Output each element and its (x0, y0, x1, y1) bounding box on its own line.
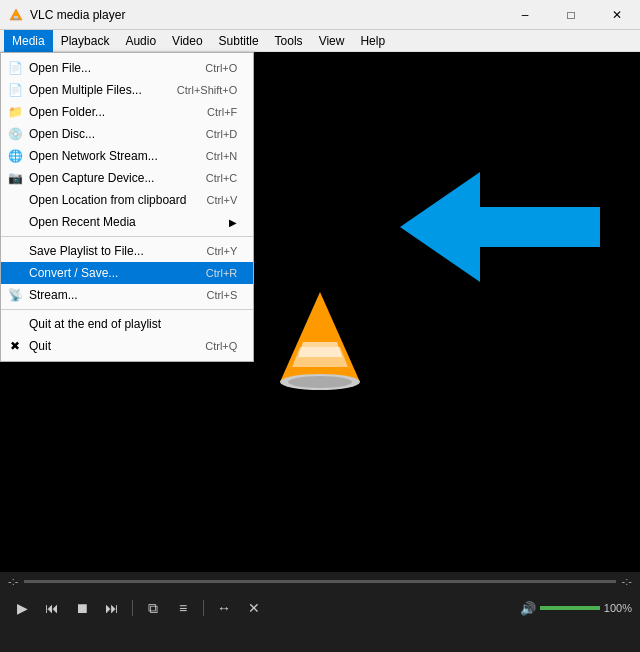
open-multiple-label: Open Multiple Files... (29, 83, 142, 97)
toggle-playlist-button[interactable]: ↔ (210, 594, 238, 622)
open-network-icon: 🌐 (7, 149, 23, 163)
maximize-button[interactable]: □ (548, 0, 594, 30)
open-recent-item[interactable]: Open Recent Media ▶ (1, 211, 253, 233)
convert-save-label: Convert / Save... (29, 266, 118, 280)
open-folder-shortcut: Ctrl+F (207, 106, 237, 118)
controls-row: ▶ ⏮ ⏹ ⏭ ⧉ ≡ ↔ ✕ 🔊 100% (0, 590, 640, 626)
svg-point-6 (288, 376, 352, 388)
blue-arrow (400, 172, 600, 282)
open-file-shortcut: Ctrl+O (205, 62, 237, 74)
open-multiple-item[interactable]: 📄 Open Multiple Files... Ctrl+Shift+O (1, 79, 253, 101)
menu-audio[interactable]: Audio (117, 30, 164, 52)
title-bar-left: VLC media player (8, 7, 125, 23)
quit-item[interactable]: ✖ Quit Ctrl+Q (1, 335, 253, 357)
title-bar-text: VLC media player (30, 8, 125, 22)
quit-icon: ✖ (7, 339, 23, 353)
svg-marker-7 (298, 342, 342, 357)
close-button[interactable]: ✕ (594, 0, 640, 30)
open-capture-icon: 📷 (7, 171, 23, 185)
extended-button[interactable]: ≡ (169, 594, 197, 622)
controls-separator-2 (203, 600, 204, 616)
save-playlist-item[interactable]: Save Playlist to File... Ctrl+Y (1, 240, 253, 262)
open-file-icon: 📄 (7, 61, 23, 75)
quit-end-item[interactable]: Quit at the end of playlist (1, 313, 253, 335)
menu-subtitle[interactable]: Subtitle (211, 30, 267, 52)
open-capture-label: Open Capture Device... (29, 171, 154, 185)
stream-shortcut: Ctrl+S (206, 289, 237, 301)
frame-by-frame-button[interactable]: ✕ (240, 594, 268, 622)
open-network-item[interactable]: 🌐 Open Network Stream... Ctrl+N (1, 145, 253, 167)
dropdown-overlay: 📄 Open File... Ctrl+O 📄 Open Multiple Fi… (0, 52, 254, 362)
svg-rect-2 (13, 18, 19, 20)
seek-bar: -:- -:- (0, 572, 640, 590)
open-disc-icon: 💿 (7, 127, 23, 141)
open-disc-label: Open Disc... (29, 127, 95, 141)
open-capture-shortcut: Ctrl+C (206, 172, 237, 184)
open-capture-item[interactable]: 📷 Open Capture Device... Ctrl+C (1, 167, 253, 189)
volume-area: 🔊 100% (520, 601, 632, 616)
open-folder-icon: 📁 (7, 105, 23, 119)
next-button[interactable]: ⏭ (98, 594, 126, 622)
seek-track[interactable] (24, 580, 615, 583)
vlc-cone (270, 282, 370, 402)
quit-label: Quit (29, 339, 51, 353)
menu-playback[interactable]: Playback (53, 30, 118, 52)
menu-media[interactable]: Media (4, 30, 53, 52)
open-location-label: Open Location from clipboard (29, 193, 186, 207)
open-file-item[interactable]: 📄 Open File... Ctrl+O (1, 57, 253, 79)
menu-bar: Media Playback Audio Video Subtitle Tool… (0, 30, 640, 52)
open-folder-label: Open Folder... (29, 105, 105, 119)
volume-icon: 🔊 (520, 601, 536, 616)
volume-fill (540, 606, 600, 610)
open-file-label: Open File... (29, 61, 91, 75)
separator-2 (1, 309, 253, 310)
separator-1 (1, 236, 253, 237)
open-location-shortcut: Ctrl+V (206, 194, 237, 206)
title-bar-controls: – □ ✕ (502, 0, 640, 30)
convert-save-item[interactable]: Convert / Save... Ctrl+R (1, 262, 253, 284)
title-bar: VLC media player – □ ✕ (0, 0, 640, 30)
open-network-label: Open Network Stream... (29, 149, 158, 163)
menu-view[interactable]: View (311, 30, 353, 52)
svg-marker-3 (280, 292, 360, 382)
svg-marker-8 (400, 172, 600, 282)
save-playlist-label: Save Playlist to File... (29, 244, 144, 258)
play-button[interactable]: ▶ (8, 594, 36, 622)
bottom-controls: -:- -:- ▶ ⏮ ⏹ ⏭ ⧉ ≡ ↔ ✕ 🔊 100% (0, 572, 640, 652)
menu-tools[interactable]: Tools (267, 30, 311, 52)
open-folder-item[interactable]: 📁 Open Folder... Ctrl+F (1, 101, 253, 123)
open-recent-label: Open Recent Media (29, 215, 229, 229)
quit-end-label: Quit at the end of playlist (29, 317, 161, 331)
stream-icon: 📡 (7, 288, 23, 302)
stop-button[interactable]: ⏹ (68, 594, 96, 622)
vlc-icon (8, 7, 24, 23)
prev-button[interactable]: ⏮ (38, 594, 66, 622)
open-multiple-shortcut: Ctrl+Shift+O (177, 84, 238, 96)
save-playlist-shortcut: Ctrl+Y (206, 245, 237, 257)
open-network-shortcut: Ctrl+N (206, 150, 237, 162)
fullscreen-button[interactable]: ⧉ (139, 594, 167, 622)
time-left: -:- (8, 575, 18, 587)
volume-bar[interactable] (540, 606, 600, 610)
submenu-arrow-icon: ▶ (229, 217, 237, 228)
stream-label: Stream... (29, 288, 78, 302)
menu-help[interactable]: Help (352, 30, 393, 52)
stream-item[interactable]: 📡 Stream... Ctrl+S (1, 284, 253, 306)
open-disc-shortcut: Ctrl+D (206, 128, 237, 140)
quit-shortcut: Ctrl+Q (205, 340, 237, 352)
open-location-item[interactable]: Open Location from clipboard Ctrl+V (1, 189, 253, 211)
menu-video[interactable]: Video (164, 30, 210, 52)
time-right: -:- (622, 575, 632, 587)
convert-save-shortcut: Ctrl+R (206, 267, 237, 279)
controls-separator-1 (132, 600, 133, 616)
open-multiple-icon: 📄 (7, 83, 23, 97)
volume-label: 100% (604, 602, 632, 614)
media-dropdown: 📄 Open File... Ctrl+O 📄 Open Multiple Fi… (0, 52, 254, 362)
open-disc-item[interactable]: 💿 Open Disc... Ctrl+D (1, 123, 253, 145)
minimize-button[interactable]: – (502, 0, 548, 30)
